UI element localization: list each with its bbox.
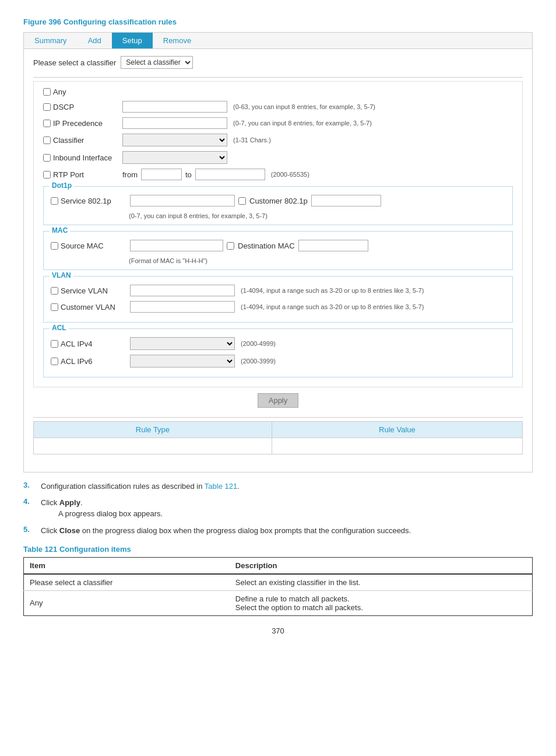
apply-row: Apply [33,387,523,414]
mac-legend: MAC [50,226,70,235]
panel: Summary Add Setup Remove Please select a… [23,32,533,473]
source-mac-label: Source MAC [51,242,126,250]
classifier-checkbox[interactable] [43,136,51,144]
service-vlan-hint: (1-4094, input a range such as 3-20 or u… [241,287,424,294]
dest-mac-input[interactable] [298,240,368,251]
config-desc-classifier: Select an existing classifier in the lis… [230,574,533,591]
acl-ipv6-row: ACL IPv6 (2000-3999) [51,355,505,368]
tab-remove[interactable]: Remove [153,33,202,48]
any-desc-1: Define a rule to match all packets. [235,594,526,603]
acl-ipv6-select[interactable] [130,355,235,368]
inbound-select[interactable] [122,151,227,164]
form-section: Any DSCP (0-63, you can input 8 entries,… [33,81,523,387]
step-4-sub: A progress dialog box appears. [58,509,163,518]
rtp-row: RTP Port from to (2000-65535) [43,169,513,180]
step-5: 5. Click Close on the progress dialog bo… [23,525,533,537]
ip-precedence-row: IP Precedence (0-7, you can input 8 entr… [43,117,513,129]
step-3-num: 3. [23,481,35,492]
acl-ipv4-select[interactable] [130,337,235,350]
step-4-text: Click Apply. [41,498,83,507]
config-row-any: Any Define a rule to match all packets. … [24,590,533,615]
customer-vlan-hint: (1-4094, input a range such as 3-20 or u… [241,303,424,310]
rtp-checkbox[interactable] [43,171,51,178]
acl-ipv4-hint: (2000-4999) [241,340,276,347]
classifier-row: Classifier (1-31 Chars.) [43,134,513,146]
service-vlan-input[interactable] [130,285,235,296]
service-802-input[interactable] [130,195,235,206]
step-5-num: 5. [23,525,35,537]
tab-summary[interactable]: Summary [24,33,78,48]
config-header-item: Item [24,557,230,574]
rtp-label: RTP Port [43,170,119,179]
service-802-label: Service 802.1p [51,197,126,205]
config-desc-any: Define a rule to match all packets. Sele… [230,590,533,615]
classifier-hint: (1-31 Chars.) [233,136,271,144]
step-4: 4. Click Apply. A progress dialog box ap… [23,497,533,521]
classifier-label: Classifier [43,136,119,145]
customer-vlan-label: Customer VLAN [51,303,126,312]
customer-vlan-checkbox[interactable] [51,303,58,311]
rtp-from-input[interactable] [141,169,182,180]
apply-button[interactable]: Apply [258,393,299,408]
rtp-hint: (2000-65535) [271,171,309,178]
inbound-row: Inbound Interface [43,151,513,164]
acl-legend: ACL [50,324,69,332]
config-row-classifier: Please select a classifier Select an exi… [24,574,533,591]
dest-mac-label: Destination MAC [238,242,295,250]
dot1p-section: Dot1p Service 802.1p Customer 802.1p (0-… [43,186,513,225]
tab-add[interactable]: Add [78,33,112,48]
service-vlan-checkbox[interactable] [51,287,58,295]
acl-ipv4-label: ACL IPv4 [51,340,126,348]
customer-vlan-input[interactable] [130,301,235,313]
ip-precedence-checkbox[interactable] [43,120,51,127]
divider1 [33,77,523,78]
source-mac-input[interactable] [130,240,223,251]
dot1p-hint-row: (0-7, you can input 8 entries, for examp… [126,211,505,220]
dscp-checkbox[interactable] [43,103,51,111]
tab-setup[interactable]: Setup [112,33,153,48]
steps-section: 3. Configuration classification rules as… [23,481,533,537]
classifier-dropdown[interactable]: Select a classifier [121,56,193,69]
source-mac-checkbox[interactable] [51,242,58,250]
customer-802-checkbox[interactable] [238,197,246,205]
customer-802-input[interactable] [311,195,381,206]
rule-empty-row [34,438,523,454]
vlan-section: VLAN Service VLAN (1-4094, input a range… [43,276,513,323]
vlan-legend: VLAN [50,271,73,279]
mac-format-row: (Format of MAC is "H-H-H") [126,256,505,265]
config-table: Item Description Please select a classif… [23,557,533,616]
mac-row: Source MAC Destination MAC [51,240,505,251]
mac-format-hint: (Format of MAC is "H-H-H") [129,257,207,264]
acl-section: ACL ACL IPv4 (2000-4999) ACL IPv6 [43,328,513,377]
rule-empty-cell2 [272,438,522,454]
any-checkbox[interactable] [43,88,51,96]
step-3: 3. Configuration classification rules as… [23,481,533,492]
rtp-to-label: to [185,170,192,179]
classifier-select-label: Please select a classifier [33,58,116,67]
acl-ipv4-row: ACL IPv4 (2000-4999) [51,337,505,350]
table-121-link[interactable]: Table 121 [205,482,237,491]
table-title: Table 121 Configuration items [23,545,533,554]
dscp-label: DSCP [43,103,119,111]
rule-table: Rule Type Rule Value [33,421,523,454]
any-label: Any [43,88,119,96]
acl-ipv6-checkbox[interactable] [51,358,58,365]
acl-ipv6-label: ACL IPv6 [51,357,126,366]
acl-ipv4-checkbox[interactable] [51,340,58,348]
dscp-hint: (0-63, you can input 8 entries, for exam… [233,103,375,110]
dot1p-legend: Dot1p [50,181,74,190]
service-802-checkbox[interactable] [51,197,58,205]
service-802-row: Service 802.1p Customer 802.1p [51,195,505,206]
classifier-select[interactable] [122,134,227,146]
dest-mac-checkbox[interactable] [227,242,234,250]
figure-title: Figure 396 Configuring classification ru… [23,18,533,26]
config-item-any: Any [24,590,230,615]
service-vlan-label: Service VLAN [51,286,126,295]
ip-precedence-input[interactable] [122,117,227,129]
customer-vlan-row: Customer VLAN (1-4094, input a range suc… [51,301,505,313]
dscp-input[interactable] [122,101,227,113]
config-header-description: Description [230,557,533,574]
inbound-checkbox[interactable] [43,154,51,162]
rtp-to-input[interactable] [195,169,265,180]
dot1p-hint: (0-7, you can input 8 entries, for examp… [129,212,268,219]
